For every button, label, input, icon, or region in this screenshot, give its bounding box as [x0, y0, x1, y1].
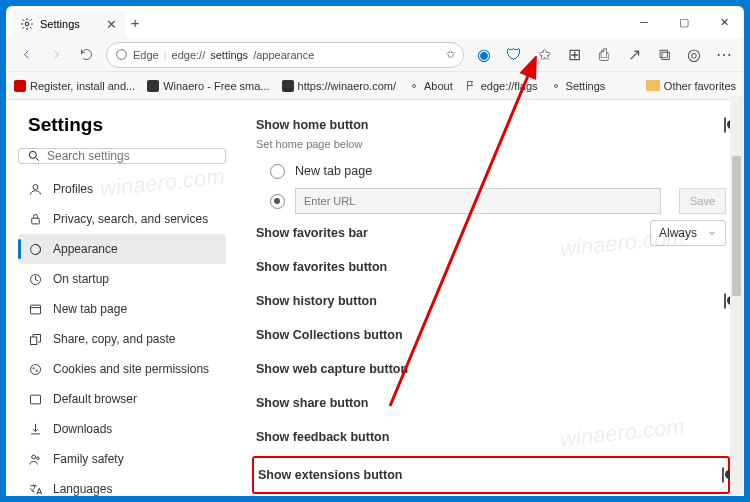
svg-point-3 [554, 84, 557, 87]
nav-startup[interactable]: On startup [18, 264, 226, 294]
maximize-button[interactable]: ▢ [664, 6, 704, 38]
browser-toolbar: Edge | edge://settings/appearance ✩ ◉ 🛡 … [6, 38, 744, 72]
favorite-star-icon[interactable]: ✩ [446, 48, 455, 61]
search-settings[interactable] [18, 148, 226, 164]
settings-main: Show home button Set home page below New… [238, 100, 744, 496]
address-bar[interactable]: Edge | edge://settings/appearance ✩ [106, 42, 464, 68]
edge-icon [115, 48, 128, 61]
search-input[interactable] [47, 149, 217, 163]
nav-cookies[interactable]: Cookies and site permissions [18, 354, 226, 384]
svg-point-16 [37, 457, 40, 460]
gear-icon [408, 80, 420, 92]
radio-url[interactable]: Save [256, 186, 726, 216]
svg-point-12 [33, 367, 34, 368]
bookmark-item[interactable]: Settings [550, 80, 606, 92]
radio-icon [270, 194, 285, 209]
settings-sidebar: Settings Profiles Privacy, search, and s… [6, 100, 238, 496]
other-favorites[interactable]: Other favorites [646, 80, 736, 92]
toggle[interactable] [724, 293, 726, 309]
home-subtext: Set home page below [256, 138, 726, 150]
gear-icon [550, 80, 562, 92]
bookmark-item[interactable]: edge://flags [465, 80, 538, 92]
extensions-toggle[interactable] [722, 467, 724, 483]
gear-icon [20, 17, 34, 31]
window-controls: ─ ▢ ✕ [624, 6, 744, 38]
nav-downloads[interactable]: Downloads [18, 414, 226, 444]
minimize-button[interactable]: ─ [624, 6, 664, 38]
flag-icon [465, 80, 477, 92]
nav-languages[interactable]: Languages [18, 474, 226, 496]
nav-family[interactable]: Family safety [18, 444, 226, 474]
favicon-icon [282, 80, 294, 92]
folder-icon [646, 80, 660, 91]
home-url-input[interactable] [295, 188, 661, 214]
new-tab-button[interactable]: + [131, 14, 140, 31]
tab-title: Settings [40, 18, 80, 30]
svg-point-11 [31, 364, 41, 374]
svg-rect-10 [31, 337, 37, 345]
favorites-bar-dropdown[interactable]: Always [650, 220, 726, 246]
favicon-icon [147, 80, 159, 92]
svg-rect-6 [32, 218, 40, 224]
radio-icon [270, 164, 285, 179]
favorites-icon[interactable]: ✩ [530, 41, 558, 69]
show-home-row: Show home button [256, 108, 726, 142]
setting-row: Show share button [256, 386, 726, 420]
setting-row: Show Collections button [256, 318, 726, 352]
favicon-icon [14, 80, 26, 92]
save-button[interactable]: Save [679, 188, 726, 214]
toolbar-icon[interactable]: 🛡 [500, 41, 528, 69]
refresh-button[interactable] [72, 41, 100, 69]
scrollbar[interactable] [730, 96, 743, 495]
browser-tab[interactable]: Settings ✕ [12, 10, 125, 38]
close-icon[interactable]: ✕ [106, 17, 117, 32]
setting-row: Show favorites button [256, 250, 726, 284]
svg-point-2 [412, 84, 415, 87]
forward-button[interactable] [42, 41, 70, 69]
nav-share[interactable]: Share, copy, and paste [18, 324, 226, 354]
svg-point-0 [25, 22, 29, 26]
extensions-row: Show extensions button [258, 458, 724, 492]
svg-rect-14 [31, 395, 41, 404]
bookmark-item[interactable]: Winaero - Free sma... [147, 80, 269, 92]
bookmark-item[interactable]: About [408, 80, 453, 92]
chevron-down-icon [707, 228, 717, 238]
home-toggle[interactable] [724, 117, 726, 133]
collections-icon[interactable]: ⊞ [560, 41, 588, 69]
radio-newtab[interactable]: New tab page [256, 156, 726, 186]
nav-default[interactable]: Default browser [18, 384, 226, 414]
capture-icon[interactable]: ⎙ [590, 41, 618, 69]
setting-row: Show feedback button [256, 420, 726, 454]
extension-icon[interactable]: ◎ [680, 41, 708, 69]
nav-appearance[interactable]: Appearance [18, 234, 226, 264]
search-icon [27, 149, 41, 163]
close-button[interactable]: ✕ [704, 6, 744, 38]
bookmark-item[interactable]: https://winaero.com/ [282, 80, 396, 92]
svg-point-1 [117, 50, 127, 60]
svg-point-15 [32, 455, 36, 459]
extension-icon[interactable]: ⧉ [650, 41, 678, 69]
toolbar-icon[interactable]: ◉ [470, 41, 498, 69]
scrollbar-thumb[interactable] [732, 156, 741, 296]
menu-icon[interactable]: ⋯ [710, 41, 738, 69]
setting-row: Show web capture button [256, 352, 726, 386]
setting-row: Show history button [256, 284, 726, 318]
favorites-bar-row: Show favorites bar Always [256, 216, 726, 250]
nav-profiles[interactable]: Profiles [18, 174, 226, 204]
titlebar: Settings ✕ + ─ ▢ ✕ [6, 6, 744, 38]
svg-point-4 [29, 151, 36, 158]
bookmark-item[interactable]: Register, install and... [14, 80, 135, 92]
share-icon[interactable]: ↗ [620, 41, 648, 69]
svg-rect-9 [31, 305, 41, 314]
bookmarks-bar: Register, install and... Winaero - Free … [6, 72, 744, 100]
svg-point-13 [36, 370, 37, 371]
nav-privacy[interactable]: Privacy, search, and services [18, 204, 226, 234]
settings-nav: Profiles Privacy, search, and services A… [18, 174, 226, 496]
svg-point-5 [33, 184, 38, 189]
nav-newtab[interactable]: New tab page [18, 294, 226, 324]
page-title: Settings [18, 114, 226, 136]
back-button[interactable] [12, 41, 40, 69]
